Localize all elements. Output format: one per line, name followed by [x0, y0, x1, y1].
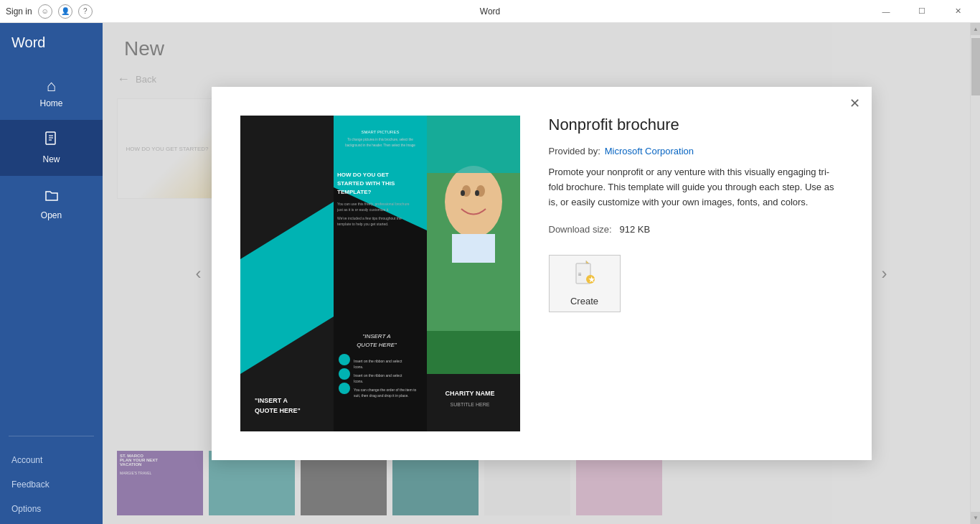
svg-text:SUBTITLE HERE: SUBTITLE HERE	[450, 402, 489, 407]
svg-point-38	[475, 190, 479, 196]
sidebar: Word ⌂ Home New	[0, 23, 103, 524]
svg-text:just as it is or easily custom: just as it is or easily customize it.	[336, 207, 390, 212]
provider-link[interactable]: Microsoft Corporation	[605, 146, 694, 156]
window-title: Word	[480, 6, 500, 17]
svg-point-34	[445, 166, 502, 238]
svg-rect-39	[452, 234, 495, 263]
help-icon[interactable]: ?	[78, 4, 93, 19]
svg-text:★: ★	[588, 276, 595, 284]
close-button[interactable]: ✕	[941, 0, 974, 23]
svg-text:STARTED WITH THIS: STARTED WITH THIS	[337, 180, 395, 187]
brochure-svg: "INSERT A QUOTE HERE" SMART PICTURES To …	[240, 116, 520, 431]
title-bar: Sign in ☺ 👤 ? Word — ☐ ✕	[0, 0, 980, 23]
template-detail-modal: ✕ ‹ › "INSERT A QUOTE HERE"	[212, 87, 872, 460]
minimize-button[interactable]: —	[870, 0, 903, 23]
svg-point-22	[339, 368, 350, 380]
sign-in-area: Sign in ☺ 👤 ?	[6, 4, 93, 19]
provider-row: Provided by: Microsoft Corporation	[549, 146, 843, 156]
sidebar-home-label: Home	[39, 98, 62, 108]
modal-next-button[interactable]: ›	[876, 258, 893, 289]
sidebar-divider	[9, 436, 94, 436]
sidebar-item-account[interactable]: Account	[0, 448, 103, 472]
svg-point-37	[461, 190, 465, 196]
svg-text:"INSERT A: "INSERT A	[255, 397, 288, 404]
sidebar-item-home[interactable]: ⌂ Home	[0, 65, 103, 120]
svg-text:We've included a few tips thro: We've included a few tips throughout the	[337, 216, 402, 220]
home-icon: ⌂	[47, 77, 56, 95]
svg-text:Icons.: Icons.	[354, 365, 363, 369]
svg-text:template to help you get start: template to help you get started.	[337, 222, 388, 226]
svg-text:"INSERT A: "INSERT A	[362, 333, 390, 340]
svg-text:background in the header. Then: background in the header. Then select th…	[345, 144, 415, 147]
sidebar-item-feedback[interactable]: Feedback	[0, 472, 103, 497]
smiley-icon[interactable]: ☺	[38, 4, 52, 19]
modal-overlay: ✕ ‹ › "INSERT A QUOTE HERE"	[103, 23, 980, 524]
svg-text:To change pictures in this bro: To change pictures in this brochure, sel…	[347, 138, 413, 141]
svg-point-21	[339, 354, 350, 365]
sidebar-new-label: New	[42, 154, 60, 164]
svg-text:suit, then drag and drop it in: suit, then drag and drop it in place.	[354, 393, 409, 398]
window-controls: — ☐ ✕	[870, 0, 974, 23]
template-description: Promote your nonprofit or any venture wi…	[549, 165, 843, 210]
svg-text:Insert on the ribbon and selec: Insert on the ribbon and select	[354, 373, 402, 378]
svg-text:Insert on the ribbon and selec: Insert on the ribbon and select	[354, 359, 402, 363]
svg-text:You can change the order of th: You can change the order of the item to	[354, 388, 417, 392]
svg-text:QUOTE HERE": QUOTE HERE"	[357, 342, 397, 348]
modal-info-panel: Nonprofit brochure Provided by: Microsof…	[549, 116, 843, 431]
app-body: Word ⌂ Home New	[0, 23, 980, 524]
sidebar-nav: ⌂ Home New	[0, 65, 103, 430]
modal-preview-image: "INSERT A QUOTE HERE" SMART PICTURES To …	[240, 116, 520, 431]
provided-by-label: Provided by:	[549, 146, 600, 156]
sidebar-open-label: Open	[41, 210, 62, 220]
create-button[interactable]: ≡ ★ Create	[549, 255, 621, 312]
sidebar-item-open[interactable]: Open	[0, 176, 103, 232]
sidebar-bottom: Account Feedback Options	[0, 442, 103, 524]
template-title: Nonprofit brochure	[549, 116, 843, 134]
modal-close-button[interactable]: ✕	[845, 94, 864, 113]
download-size-row: Download size: 912 KB	[549, 224, 843, 235]
svg-point-23	[339, 383, 350, 394]
sidebar-item-options[interactable]: Options	[0, 497, 103, 521]
download-size-value: 912 KB	[620, 224, 651, 235]
person-icon[interactable]: 👤	[58, 4, 72, 19]
svg-text:CHARITY NAME: CHARITY NAME	[445, 390, 494, 397]
svg-marker-40	[427, 116, 520, 173]
download-size-label: Download size:	[549, 224, 612, 235]
modal-prev-button[interactable]: ‹	[190, 258, 207, 289]
svg-text:TEMPLATE?: TEMPLATE?	[337, 189, 372, 195]
sidebar-app-name: Word	[0, 23, 103, 65]
new-icon	[44, 131, 60, 151]
maximize-button[interactable]: ☐	[905, 0, 938, 23]
create-label: Create	[570, 296, 598, 307]
svg-text:Icons.: Icons.	[354, 379, 363, 383]
svg-text:You can use this freely, profe: You can use this freely, professional br…	[337, 202, 410, 206]
svg-text:QUOTE HERE": QUOTE HERE"	[255, 407, 301, 414]
sign-in-link[interactable]: Sign in	[6, 6, 32, 17]
svg-text:SMART PICTURES: SMART PICTURES	[361, 130, 399, 134]
sidebar-item-new[interactable]: New	[0, 120, 103, 176]
main-content: New ← Back HOW DO YOU GET STARTED?	[103, 23, 980, 524]
svg-text:≡: ≡	[578, 271, 582, 278]
open-icon	[44, 187, 60, 207]
create-icon: ≡ ★	[573, 261, 596, 291]
svg-text:HOW DO YOU GET: HOW DO YOU GET	[337, 172, 389, 178]
